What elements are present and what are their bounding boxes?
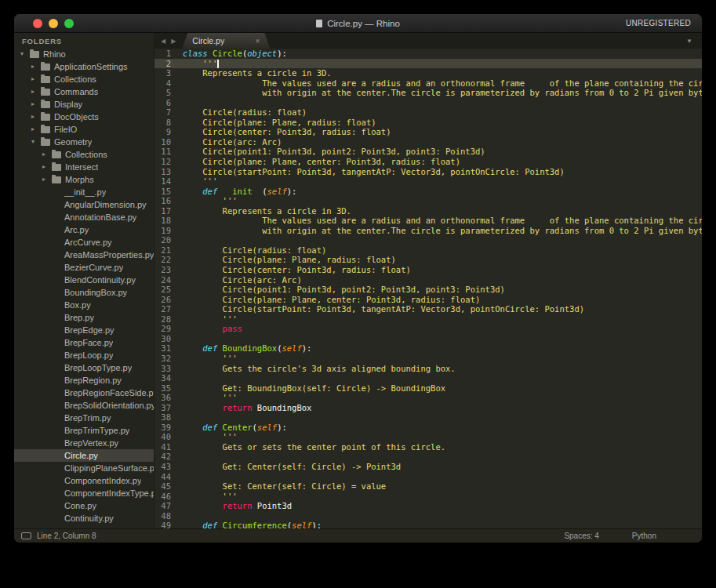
code-line-17[interactable]: 17 Represents a circle in 3D. — [154, 206, 702, 216]
sidebar-folder-DocObjects[interactable]: ▸DocObjects — [14, 111, 154, 123]
sidebar-file-BezierCurve.py[interactable]: BezierCurve.py — [14, 261, 154, 274]
code-line-24[interactable]: 24 Circle(arc: Arc) — [154, 275, 702, 285]
code-line-8[interactable]: 8 Circle(plane: Plane, radius: float) — [154, 118, 702, 128]
panel-toggle-icon[interactable] — [21, 532, 31, 539]
sidebar-file-BrepEdge.py[interactable]: BrepEdge.py — [14, 324, 154, 336]
code-line-36[interactable]: 36 ''' — [154, 393, 702, 403]
sidebar-file-__init__.py[interactable]: __init__.py — [14, 186, 154, 198]
chevron-down-icon[interactable]: ▾ — [31, 136, 41, 148]
code-line-3[interactable]: 3 Represents a circle in 3D. — [154, 68, 702, 78]
tab-nav-back-icon[interactable]: ◀ — [159, 38, 167, 45]
sidebar-file-AnnotationBase.py[interactable]: AnnotationBase.py — [14, 211, 154, 223]
code-line-44[interactable]: 44 — [154, 472, 702, 482]
syntax-mode[interactable]: Python — [632, 532, 656, 540]
code-line-49[interactable]: 49 def Circumference(self): — [154, 521, 702, 528]
code-line-12[interactable]: 12 Circle(plane: Plane, center: Point3d,… — [154, 157, 702, 167]
sidebar-file-BrepVertex.py[interactable]: BrepVertex.py — [14, 437, 154, 449]
code-line-23[interactable]: 23 Circle(center: Point3d, radius: float… — [154, 265, 702, 275]
sidebar-file-Brep.py[interactable]: Brep.py — [14, 311, 154, 324]
sidebar-folder-ApplicationSettings[interactable]: ▸ApplicationSettings — [14, 60, 154, 73]
code-line-40[interactable]: 40 ''' — [154, 432, 702, 442]
code-line-42[interactable]: 42 — [154, 452, 702, 462]
code-line-7[interactable]: 7 Circle(radius: float) — [154, 107, 702, 118]
sidebar-file-BrepTrimType.py[interactable]: BrepTrimType.py — [14, 424, 154, 437]
sidebar-folder-Morphs[interactable]: ▸Morphs — [14, 173, 154, 186]
sidebar-file-AreaMassProperties.py[interactable]: AreaMassProperties.py — [14, 249, 154, 261]
code-line-31[interactable]: 31 def BoundingBox(self): — [154, 343, 702, 354]
chevron-right-icon[interactable]: ▸ — [31, 60, 41, 73]
chevron-right-icon[interactable]: ▸ — [42, 161, 52, 173]
code-line-46[interactable]: 46 ''' — [154, 492, 702, 502]
code-line-48[interactable]: 48 — [154, 511, 702, 521]
sidebar-file-BrepTrim.py[interactable]: BrepTrim.py — [14, 412, 154, 424]
code-line-29[interactable]: 29 pass — [154, 324, 702, 334]
code-line-39[interactable]: 39 def Center(self): — [154, 423, 702, 433]
sidebar-folder-FileIO[interactable]: ▸FileIO — [14, 123, 154, 136]
minimize-window-button[interactable] — [49, 19, 58, 28]
tab-circle-py[interactable]: Circle.py × — [182, 33, 270, 49]
code-line-30[interactable]: 30 — [154, 334, 702, 344]
code-line-38[interactable]: 38 — [154, 412, 702, 423]
code-line-20[interactable]: 20 — [154, 235, 702, 245]
sidebar-folder-Geometry[interactable]: ▾Geometry — [14, 136, 154, 148]
code-line-45[interactable]: 45 Set: Center(self: Circle) = value — [154, 481, 702, 492]
sidebar-file-Arc.py[interactable]: Arc.py — [14, 223, 154, 236]
sidebar-folder-Rhino[interactable]: ▾Rhino — [14, 48, 154, 60]
sidebar-folder-Collections[interactable]: ▸Collections — [14, 148, 154, 161]
sidebar-file-Box.py[interactable]: Box.py — [14, 299, 154, 311]
sidebar-file-BrepLoop.py[interactable]: BrepLoop.py — [14, 349, 154, 361]
sidebar-file-Circle.py[interactable]: Circle.py — [14, 449, 154, 462]
code-line-33[interactable]: 33 Gets the circle's 3d axis aligned bou… — [154, 364, 702, 374]
code-line-15[interactable]: 15 def __init__(self): — [154, 187, 702, 197]
code-line-34[interactable]: 34 — [154, 373, 702, 383]
code-line-4[interactable]: 4 The values used are a radius and an or… — [154, 78, 702, 89]
chevron-right-icon[interactable]: ▸ — [42, 148, 52, 161]
sidebar-file-AngularDimension.py[interactable]: AngularDimension.py — [14, 198, 154, 211]
sidebar-file-BoundingBox.py[interactable]: BoundingBox.py — [14, 286, 154, 299]
code-line-14[interactable]: 14 ''' — [154, 176, 702, 187]
code-line-13[interactable]: 13 Circle(startPoint: Point3d, tangentAt… — [154, 167, 702, 177]
code-line-10[interactable]: 10 Circle(arc: Arc) — [154, 137, 702, 147]
sidebar-file-ArcCurve.py[interactable]: ArcCurve.py — [14, 236, 154, 249]
sidebar-folder-Display[interactable]: ▸Display — [14, 98, 154, 111]
sidebar-file-Cone.py[interactable]: Cone.py — [14, 499, 154, 512]
code-line-21[interactable]: 21 Circle(radius: float) — [154, 245, 702, 256]
chevron-right-icon[interactable]: ▸ — [42, 173, 52, 186]
chevron-right-icon[interactable]: ▸ — [31, 123, 41, 136]
code-line-43[interactable]: 43 Get: Center(self: Circle) -> Point3d — [154, 462, 702, 472]
code-line-22[interactable]: 22 Circle(plane: Plane, radius: float) — [154, 255, 702, 265]
code-line-37[interactable]: 37 return BoundingBox — [154, 403, 702, 413]
sidebar-file-ComponentIndexType.py[interactable]: ComponentIndexType.py — [14, 487, 154, 499]
code-line-32[interactable]: 32 ''' — [154, 354, 702, 364]
sidebar-file-BrepLoopType.py[interactable]: BrepLoopType.py — [14, 361, 154, 374]
sidebar-file-BrepFace.py[interactable]: BrepFace.py — [14, 336, 154, 349]
sidebar-folder-Commands[interactable]: ▸Commands — [14, 85, 154, 98]
chevron-down-icon[interactable]: ▾ — [20, 48, 30, 60]
code-line-2[interactable]: 2 ''' — [154, 59, 702, 69]
sidebar-folder-Collections[interactable]: ▸Collections — [14, 73, 154, 85]
close-window-button[interactable] — [33, 19, 42, 28]
zoom-window-button[interactable] — [64, 19, 74, 28]
chevron-right-icon[interactable]: ▸ — [31, 98, 41, 111]
code-line-26[interactable]: 26 Circle(plane: Plane, center: Point3d,… — [154, 295, 702, 305]
chevron-right-icon[interactable]: ▸ — [31, 73, 41, 85]
close-tab-icon[interactable]: × — [255, 37, 260, 45]
code-line-25[interactable]: 25 Circle(point1: Point3d, point2: Point… — [154, 285, 702, 295]
code-line-41[interactable]: 41 Gets or sets the center point of this… — [154, 442, 702, 452]
indent-setting[interactable]: Spaces: 4 — [564, 532, 598, 540]
tab-overflow-icon[interactable]: ▼ — [686, 38, 702, 45]
sidebar-file-BrepRegionFaceSide.py[interactable]: BrepRegionFaceSide.py — [14, 387, 154, 399]
sidebar-file-BrepSolidOrientation.py[interactable]: BrepSolidOrientation.py — [14, 399, 154, 412]
sidebar-folder-Intersect[interactable]: ▸Intersect — [14, 161, 154, 173]
code-line-9[interactable]: 9 Circle(center: Point3d, radius: float) — [154, 127, 702, 137]
chevron-right-icon[interactable]: ▸ — [31, 85, 41, 98]
code-line-18[interactable]: 18 The values used are a radius and an o… — [154, 216, 702, 226]
code-editor[interactable]: 1class Circle(object):2 '''3 Represents … — [154, 49, 702, 528]
code-line-5[interactable]: 5 with origin at the center.The circle i… — [154, 88, 702, 98]
sidebar-file-Continuity.py[interactable]: Continuity.py — [14, 512, 154, 524]
code-line-47[interactable]: 47 return Point3d — [154, 501, 702, 511]
code-line-6[interactable]: 6 — [154, 98, 702, 108]
code-line-28[interactable]: 28 ''' — [154, 314, 702, 325]
sidebar-file-ComponentIndex.py[interactable]: ComponentIndex.py — [14, 474, 154, 487]
code-line-1[interactable]: 1class Circle(object): — [154, 49, 702, 59]
